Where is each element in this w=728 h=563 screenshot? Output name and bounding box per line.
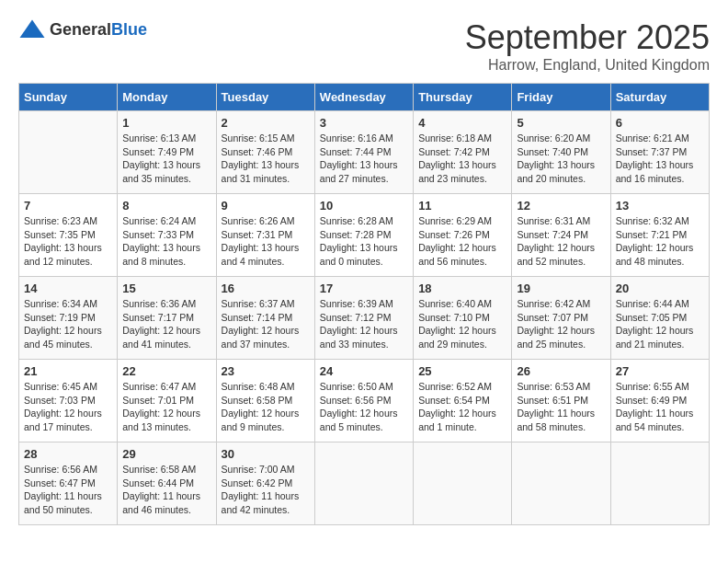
day-info: Sunrise: 6:21 AMSunset: 7:37 PMDaylight:… bbox=[616, 132, 704, 186]
calendar-cell: 4Sunrise: 6:18 AMSunset: 7:42 PMDaylight… bbox=[414, 111, 512, 194]
day-info: Sunrise: 6:32 AMSunset: 7:21 PMDaylight:… bbox=[616, 214, 704, 269]
calendar-cell bbox=[512, 442, 610, 525]
day-number: 10 bbox=[320, 199, 408, 213]
calendar-cell: 30Sunrise: 7:00 AMSunset: 6:42 PMDayligh… bbox=[216, 442, 314, 525]
day-info: Sunrise: 6:31 AMSunset: 7:24 PMDaylight:… bbox=[517, 214, 605, 269]
day-info: Sunrise: 6:13 AMSunset: 7:49 PMDaylight:… bbox=[122, 132, 210, 186]
calendar-cell: 20Sunrise: 6:44 AMSunset: 7:05 PMDayligh… bbox=[610, 277, 709, 360]
calendar-cell: 25Sunrise: 6:52 AMSunset: 6:54 PMDayligh… bbox=[414, 360, 512, 442]
logo-text: GeneralBlue bbox=[50, 20, 147, 40]
calendar-cell: 5Sunrise: 6:20 AMSunset: 7:40 PMDaylight… bbox=[512, 111, 610, 194]
day-number: 24 bbox=[320, 364, 408, 378]
day-info: Sunrise: 6:26 AMSunset: 7:31 PMDaylight:… bbox=[222, 214, 310, 269]
page-header: GeneralBlue September 2025 Harrow, Engla… bbox=[18, 18, 710, 74]
day-info: Sunrise: 6:15 AMSunset: 7:46 PMDaylight:… bbox=[222, 132, 310, 186]
day-info: Sunrise: 6:28 AMSunset: 7:28 PMDaylight:… bbox=[320, 214, 408, 269]
logo-general: General bbox=[50, 20, 111, 39]
day-number: 14 bbox=[24, 282, 112, 295]
day-number: 5 bbox=[517, 116, 605, 130]
day-info: Sunrise: 6:53 AMSunset: 6:51 PMDaylight:… bbox=[517, 380, 605, 434]
calendar-cell bbox=[414, 442, 512, 525]
calendar-cell: 19Sunrise: 6:42 AMSunset: 7:07 PMDayligh… bbox=[512, 277, 610, 360]
day-info: Sunrise: 6:55 AMSunset: 6:49 PMDaylight:… bbox=[616, 380, 704, 434]
day-number: 21 bbox=[24, 364, 112, 378]
day-number: 23 bbox=[222, 364, 310, 378]
day-info: Sunrise: 6:45 AMSunset: 7:03 PMDaylight:… bbox=[24, 380, 112, 434]
day-info: Sunrise: 6:16 AMSunset: 7:44 PMDaylight:… bbox=[320, 132, 408, 186]
calendar-cell: 15Sunrise: 6:36 AMSunset: 7:17 PMDayligh… bbox=[118, 277, 216, 360]
day-number: 26 bbox=[517, 364, 605, 378]
calendar-row-3: 21Sunrise: 6:45 AMSunset: 7:03 PMDayligh… bbox=[19, 360, 710, 442]
day-number: 3 bbox=[320, 116, 408, 130]
day-info: Sunrise: 7:00 AMSunset: 6:42 PMDaylight:… bbox=[222, 463, 310, 517]
calendar-cell: 9Sunrise: 6:26 AMSunset: 7:31 PMDaylight… bbox=[216, 194, 314, 277]
column-header-sunday: Sunday bbox=[19, 84, 118, 111]
day-number: 7 bbox=[24, 199, 112, 213]
calendar-cell: 10Sunrise: 6:28 AMSunset: 7:28 PMDayligh… bbox=[314, 194, 413, 277]
calendar-cell: 17Sunrise: 6:39 AMSunset: 7:12 PMDayligh… bbox=[314, 277, 413, 360]
calendar-cell: 2Sunrise: 6:15 AMSunset: 7:46 PMDaylight… bbox=[216, 111, 314, 194]
day-info: Sunrise: 6:48 AMSunset: 6:58 PMDaylight:… bbox=[222, 380, 310, 434]
column-header-thursday: Thursday bbox=[414, 84, 512, 111]
calendar-cell: 11Sunrise: 6:29 AMSunset: 7:26 PMDayligh… bbox=[414, 194, 512, 277]
day-number: 22 bbox=[122, 364, 210, 378]
calendar-row-4: 28Sunrise: 6:56 AMSunset: 6:47 PMDayligh… bbox=[19, 442, 710, 525]
day-number: 11 bbox=[418, 199, 506, 213]
column-header-tuesday: Tuesday bbox=[216, 84, 314, 111]
calendar-cell: 24Sunrise: 6:50 AMSunset: 6:56 PMDayligh… bbox=[314, 360, 413, 442]
calendar-cell: 28Sunrise: 6:56 AMSunset: 6:47 PMDayligh… bbox=[19, 442, 118, 525]
day-number: 2 bbox=[222, 116, 310, 130]
calendar-cell: 27Sunrise: 6:55 AMSunset: 6:49 PMDayligh… bbox=[610, 360, 709, 442]
logo-blue: Blue bbox=[111, 20, 147, 39]
day-number: 30 bbox=[222, 447, 310, 461]
calendar-cell bbox=[610, 442, 709, 525]
day-info: Sunrise: 6:42 AMSunset: 7:07 PMDaylight:… bbox=[517, 297, 605, 351]
calendar-cell: 18Sunrise: 6:40 AMSunset: 7:10 PMDayligh… bbox=[414, 277, 512, 360]
calendar-cell: 14Sunrise: 6:34 AMSunset: 7:19 PMDayligh… bbox=[19, 277, 118, 360]
calendar-cell: 21Sunrise: 6:45 AMSunset: 7:03 PMDayligh… bbox=[19, 360, 118, 442]
day-info: Sunrise: 6:29 AMSunset: 7:26 PMDaylight:… bbox=[418, 214, 506, 269]
day-info: Sunrise: 6:23 AMSunset: 7:35 PMDaylight:… bbox=[24, 214, 112, 269]
svg-marker-0 bbox=[20, 20, 45, 39]
day-info: Sunrise: 6:47 AMSunset: 7:01 PMDaylight:… bbox=[122, 380, 210, 434]
day-number: 20 bbox=[616, 282, 704, 295]
logo: GeneralBlue bbox=[18, 18, 147, 40]
calendar-cell bbox=[19, 111, 118, 194]
day-number: 17 bbox=[320, 282, 408, 295]
day-number: 18 bbox=[418, 282, 506, 295]
day-info: Sunrise: 6:44 AMSunset: 7:05 PMDaylight:… bbox=[616, 297, 704, 351]
calendar-table: SundayMondayTuesdayWednesdayThursdayFrid… bbox=[18, 83, 710, 525]
header-row: SundayMondayTuesdayWednesdayThursdayFrid… bbox=[19, 84, 710, 111]
location-subtitle: Harrow, England, United Kingdom bbox=[465, 57, 710, 74]
day-number: 29 bbox=[122, 447, 210, 461]
day-number: 12 bbox=[517, 199, 605, 213]
day-info: Sunrise: 6:18 AMSunset: 7:42 PMDaylight:… bbox=[418, 132, 506, 186]
day-info: Sunrise: 6:50 AMSunset: 6:56 PMDaylight:… bbox=[320, 380, 408, 434]
day-number: 8 bbox=[122, 199, 210, 213]
calendar-row-0: 1Sunrise: 6:13 AMSunset: 7:49 PMDaylight… bbox=[19, 111, 710, 194]
calendar-row-2: 14Sunrise: 6:34 AMSunset: 7:19 PMDayligh… bbox=[19, 277, 710, 360]
day-info: Sunrise: 6:20 AMSunset: 7:40 PMDaylight:… bbox=[517, 132, 605, 186]
day-number: 19 bbox=[517, 282, 605, 295]
calendar-cell: 16Sunrise: 6:37 AMSunset: 7:14 PMDayligh… bbox=[216, 277, 314, 360]
calendar-cell bbox=[314, 442, 413, 525]
column-header-friday: Friday bbox=[512, 84, 610, 111]
column-header-wednesday: Wednesday bbox=[314, 84, 413, 111]
column-header-monday: Monday bbox=[118, 84, 216, 111]
day-info: Sunrise: 6:40 AMSunset: 7:10 PMDaylight:… bbox=[418, 297, 506, 351]
day-number: 28 bbox=[24, 447, 112, 461]
calendar-cell: 29Sunrise: 6:58 AMSunset: 6:44 PMDayligh… bbox=[118, 442, 216, 525]
calendar-cell: 7Sunrise: 6:23 AMSunset: 7:35 PMDaylight… bbox=[19, 194, 118, 277]
day-number: 9 bbox=[222, 199, 310, 213]
day-info: Sunrise: 6:58 AMSunset: 6:44 PMDaylight:… bbox=[122, 463, 210, 517]
month-title: September 2025 bbox=[465, 18, 710, 57]
calendar-cell: 6Sunrise: 6:21 AMSunset: 7:37 PMDaylight… bbox=[610, 111, 709, 194]
day-info: Sunrise: 6:24 AMSunset: 7:33 PMDaylight:… bbox=[122, 214, 210, 269]
calendar-cell: 23Sunrise: 6:48 AMSunset: 6:58 PMDayligh… bbox=[216, 360, 314, 442]
generalblue-logo-icon bbox=[18, 18, 46, 40]
day-number: 27 bbox=[616, 364, 704, 378]
day-number: 15 bbox=[122, 282, 210, 295]
day-info: Sunrise: 6:56 AMSunset: 6:47 PMDaylight:… bbox=[24, 463, 112, 517]
calendar-cell: 3Sunrise: 6:16 AMSunset: 7:44 PMDaylight… bbox=[314, 111, 413, 194]
day-number: 1 bbox=[122, 116, 210, 130]
